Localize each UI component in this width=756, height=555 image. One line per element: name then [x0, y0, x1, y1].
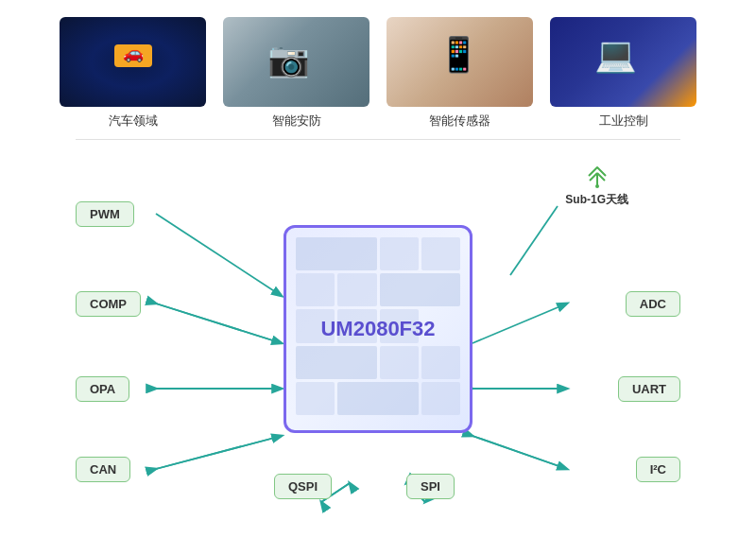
chip-cell	[296, 237, 377, 270]
chip-cell	[380, 273, 461, 306]
svg-line-1	[156, 304, 282, 343]
svg-point-17	[595, 184, 599, 188]
svg-line-11	[472, 436, 567, 469]
uart-label: UART	[632, 382, 666, 396]
application-images: 汽车领域 智能安防 智能传感器 工业控制	[0, 0, 756, 139]
qspi-label: QSPI	[288, 479, 318, 494]
spi-label: SPI	[421, 479, 440, 494]
app-image-security	[223, 17, 369, 107]
chip-cell	[421, 237, 460, 270]
comp-label: COMP	[90, 297, 127, 311]
chip-diagram: UM2080F32 PWM COMP OPA CAN ADC UART I²C …	[0, 145, 756, 513]
i2c-label: I²C	[650, 462, 666, 477]
app-image-sensor	[387, 17, 533, 107]
chip-cell	[337, 382, 419, 415]
app-label-industry: 工业控制	[599, 113, 648, 130]
svg-line-7	[472, 304, 567, 343]
pwm-badge: PWM	[76, 201, 134, 227]
opa-label: OPA	[90, 382, 115, 396]
can-badge: CAN	[76, 457, 130, 482]
app-image-auto	[60, 17, 206, 107]
qspi-badge: QSPI	[274, 474, 332, 499]
svg-line-12	[510, 206, 558, 275]
chip-cell	[421, 346, 460, 379]
app-item-auto: 汽车领域	[60, 17, 206, 130]
chip-cell	[380, 346, 419, 379]
app-item-industry: 工业控制	[550, 17, 696, 130]
uart-badge: UART	[618, 376, 680, 402]
adc-badge: ADC	[626, 291, 680, 317]
comp-badge: COMP	[76, 291, 141, 317]
app-item-sensor: 智能传感器	[387, 17, 533, 130]
adc-label: ADC	[640, 297, 666, 311]
app-image-industry	[550, 17, 696, 107]
app-label-sensor: 智能传感器	[429, 113, 490, 130]
can-label: CAN	[90, 462, 116, 477]
pwm-label: PWM	[90, 207, 120, 221]
chip-cell	[296, 382, 335, 415]
chip-border: UM2080F32	[284, 225, 472, 433]
svg-line-10	[472, 436, 567, 469]
svg-line-6	[156, 436, 282, 469]
svg-line-5	[156, 436, 282, 469]
app-label-auto: 汽车领域	[109, 113, 158, 130]
chip-cell	[421, 382, 460, 415]
svg-line-2	[156, 304, 282, 343]
antenna-area: Sub-1G天线	[565, 164, 628, 208]
chip-cell	[337, 273, 376, 306]
chip-name-label: UM2080F32	[320, 317, 435, 341]
chip-container: UM2080F32	[284, 225, 472, 433]
i2c-badge: I²C	[636, 457, 680, 482]
antenna-label: Sub-1G天线	[565, 192, 628, 208]
spi-badge: SPI	[406, 474, 455, 499]
svg-line-0	[156, 214, 282, 296]
section-divider	[76, 139, 680, 140]
opa-badge: OPA	[76, 376, 129, 402]
chip-cell	[296, 346, 377, 379]
chip-cell	[380, 237, 419, 270]
app-label-security: 智能安防	[272, 113, 321, 130]
chip-cell	[296, 273, 335, 306]
app-item-security: 智能安防	[223, 17, 369, 130]
antenna-icon	[584, 164, 610, 190]
